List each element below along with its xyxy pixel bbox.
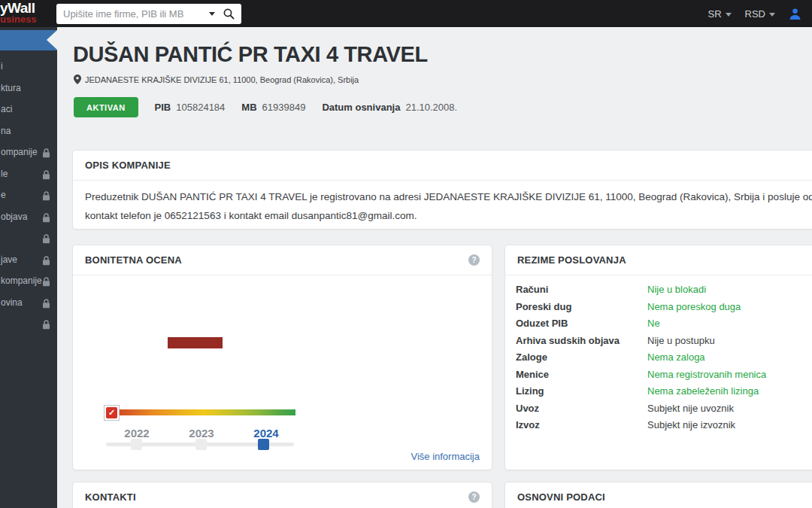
location-pin-icon xyxy=(74,75,81,84)
card-title: BONITETNA OCENA xyxy=(85,254,182,266)
lock-icon xyxy=(42,190,50,204)
sidebar-item-7[interactable]: e xyxy=(0,187,57,202)
row-label: Izvoz xyxy=(516,419,540,430)
sidebar-item-10[interactable]: jave xyxy=(0,252,57,267)
rating-bar xyxy=(168,337,223,348)
year-2023[interactable]: 2023 xyxy=(179,427,224,440)
row-value: Nema poreskog duga xyxy=(647,301,741,312)
company-meta-row: AKTIVAN PIB 105824184 MB 61939849 Datum … xyxy=(74,97,457,117)
slider-handle-2023[interactable] xyxy=(195,439,207,450)
lock-icon xyxy=(42,212,50,226)
currency-label: RSD xyxy=(745,8,765,20)
lock-icon xyxy=(42,233,50,247)
pib-label: PIB xyxy=(155,102,171,113)
card-title: OPIS KOMPANIJE xyxy=(85,160,171,171)
sidebar-item-label: e xyxy=(0,190,6,200)
sidebar: i ktura aci na ompanije le e objava jave… xyxy=(0,27,57,508)
lock-icon xyxy=(42,276,50,290)
mb-label: MB xyxy=(241,102,256,113)
rating-scale-gradient xyxy=(105,409,295,415)
logo-text-bottom: usiness xyxy=(0,14,36,24)
slider-handle-2022[interactable] xyxy=(131,439,142,450)
search-icon[interactable] xyxy=(223,8,235,20)
rating-marker-checkbox[interactable]: ✓ xyxy=(104,405,120,421)
page-title: DUŠAN PANTIĆ PR TAXI 4 TRAVEL xyxy=(73,42,428,67)
description-line-1: Preduzetnik DUŠAN PANTIĆ PR TAXI 4 TRAVE… xyxy=(85,187,812,206)
table-row: Poreski dugNema poreskog duga xyxy=(505,301,812,313)
sidebar-item-label: le xyxy=(0,169,8,179)
year-2024[interactable]: 2024 xyxy=(244,427,289,440)
contacts-card: KONTAKTI ? xyxy=(72,482,492,508)
row-label: Zaloge xyxy=(516,351,547,363)
sidebar-item-11[interactable]: kompanije xyxy=(0,273,57,288)
sidebar-item-label: objava xyxy=(0,211,27,222)
row-label: Arhiva sudskih objava xyxy=(516,335,620,346)
row-value: Nije u postupku xyxy=(647,335,715,346)
row-value: Nema zabeleženih lizinga xyxy=(647,385,759,397)
founded-value: 21.10.2008. xyxy=(405,102,457,113)
row-label: Poreski dug xyxy=(516,301,571,312)
year-2022[interactable]: 2022 xyxy=(114,427,159,440)
table-row: LizingNema zabeleženih lizinga xyxy=(505,385,812,397)
sidebar-item-9[interactable] xyxy=(0,230,57,245)
row-value: Nema zaloga xyxy=(647,351,705,363)
logo[interactable]: yWall usiness xyxy=(0,1,36,24)
table-row: IzvozSubjekt nije izvoznik xyxy=(505,419,812,431)
chevron-down-icon[interactable] xyxy=(209,12,215,16)
sidebar-item-label: ktura xyxy=(0,83,21,93)
sidebar-item-12[interactable]: ovina xyxy=(0,295,57,310)
language-selector[interactable]: SR xyxy=(707,8,731,20)
business-summary-card: REZIME POSLOVANJA RačuniNije u blokadi P… xyxy=(504,245,812,470)
chevron-down-icon xyxy=(769,13,775,17)
sidebar-item-8[interactable]: objava xyxy=(0,209,57,224)
sidebar-item-3[interactable]: aci xyxy=(0,102,57,117)
help-icon[interactable]: ? xyxy=(468,491,480,503)
slider-handle-2024[interactable] xyxy=(258,439,269,450)
more-info-link[interactable]: Više informacija xyxy=(411,451,480,462)
credit-rating-card: BONITETNA OCENA ? ✓ 2022 2023 2024 Više … xyxy=(72,245,492,470)
currency-selector[interactable]: RSD xyxy=(745,8,775,20)
table-row: UvozSubjekt nije uvoznik xyxy=(505,403,812,415)
sidebar-item-6[interactable]: le xyxy=(0,166,57,181)
lock-icon xyxy=(42,255,50,269)
lock-icon xyxy=(42,319,50,333)
company-address: JEDANAESTE KRAJIŠKE DIVIZIJE 61, 11000, … xyxy=(74,75,359,84)
sidebar-item-2[interactable]: ktura xyxy=(0,81,57,96)
lock-icon xyxy=(42,298,50,312)
sidebar-selected-item[interactable] xyxy=(0,30,57,50)
table-row: MeniceNema registrovanih menica xyxy=(505,369,812,381)
language-label: SR xyxy=(707,8,721,20)
sidebar-item-label: ovina xyxy=(0,297,23,308)
pib-value: 105824184 xyxy=(176,102,225,113)
search-input[interactable] xyxy=(63,8,206,20)
company-description-card: OPIS KOMPANIJE Preduzetnik DUŠAN PANTIĆ … xyxy=(72,150,812,230)
lock-icon xyxy=(42,148,50,161)
sidebar-item-5[interactable]: ompanije xyxy=(0,144,57,160)
row-value: Subjekt nije izvoznik xyxy=(647,419,735,430)
card-title: KONTAKTI xyxy=(85,491,136,503)
mb-value: 61939849 xyxy=(262,102,306,113)
sidebar-item-label: na xyxy=(0,126,11,136)
card-title: REZIME POSLOVANJA xyxy=(517,254,626,266)
sidebar-item-label: ompanije xyxy=(0,147,38,157)
top-bar: yWall usiness SR RSD xyxy=(0,0,812,27)
check-icon: ✓ xyxy=(106,407,117,418)
row-value: Nije u blokadi xyxy=(647,284,706,295)
basic-info-card: OSNOVNI PODACI xyxy=(504,482,812,508)
row-label: Računi xyxy=(516,284,548,295)
selected-notch xyxy=(47,30,57,50)
row-value: Ne xyxy=(647,318,660,329)
status-badge[interactable]: AKTIVAN xyxy=(74,97,138,117)
sidebar-item-4[interactable]: na xyxy=(0,123,57,138)
chevron-down-icon xyxy=(726,13,732,17)
lock-icon xyxy=(42,169,50,183)
user-icon[interactable] xyxy=(789,8,801,20)
table-row: ZalogeNema zaloga xyxy=(505,351,812,364)
sidebar-item-1[interactable]: i xyxy=(0,59,57,74)
sidebar-item-13[interactable] xyxy=(0,316,57,331)
row-label: Lizing xyxy=(516,385,544,397)
row-value: Nema registrovanih menica xyxy=(647,369,766,380)
row-label: Menice xyxy=(516,369,549,380)
table-row: Arhiva sudskih objavaNije u postupku xyxy=(505,335,812,347)
help-icon[interactable]: ? xyxy=(468,254,480,266)
